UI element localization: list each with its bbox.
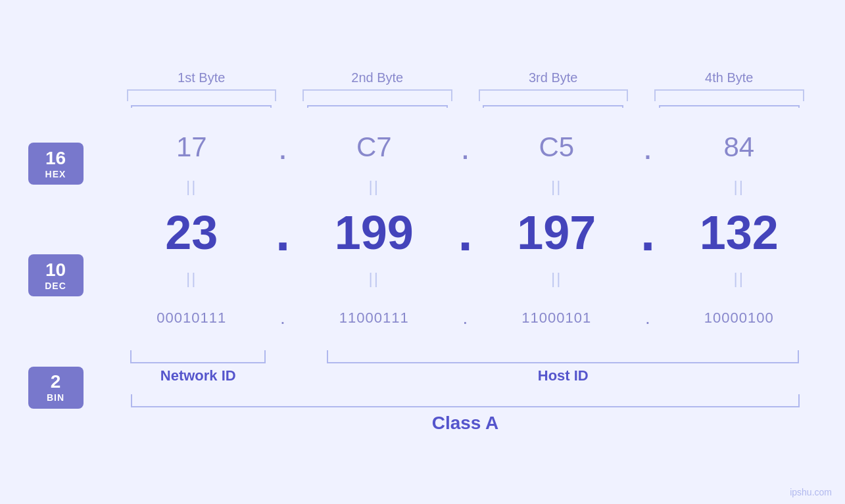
hex-label: HEX — [45, 169, 66, 179]
brackets-row: Network ID Host ID — [114, 350, 817, 384]
dec-b1: 23 — [114, 206, 270, 260]
header-byte4: 4th Byte — [641, 70, 817, 101]
bracket-spacer-1 — [283, 350, 309, 384]
hex-row: 17 . C7 . C5 . 84 — [114, 118, 817, 177]
network-bracket-container: Network ID — [114, 350, 283, 384]
hex-num: 16 — [45, 149, 66, 169]
byte-headers: 1st Byte 2nd Byte 3rd Byte 4th Byte — [28, 70, 817, 101]
header-byte2: 2nd Byte — [289, 70, 466, 101]
eq-row-1: || || || || — [114, 177, 817, 196]
byte1-label: 1st Byte — [178, 70, 225, 85]
class-section: Class A — [114, 394, 817, 434]
class-label: Class A — [432, 407, 499, 434]
hex-b3: C5 — [479, 131, 635, 163]
eq-6: || — [296, 269, 452, 288]
hex-badge: 16 HEX — [28, 143, 84, 185]
network-bracket-line — [130, 350, 266, 363]
eq-7: || — [479, 269, 635, 288]
dec-label: DEC — [45, 281, 66, 291]
header-byte3: 3rd Byte — [466, 70, 642, 101]
eq-row-2: || || || || — [114, 269, 817, 288]
dot-bin-3: . — [635, 308, 661, 329]
bin-num: 2 — [51, 372, 61, 392]
bin-b1: 00010111 — [114, 309, 270, 327]
dec-num: 10 — [45, 260, 66, 281]
eq-1: || — [114, 177, 270, 196]
dec-b3: 197 — [479, 206, 635, 260]
network-id-label: Network ID — [160, 363, 236, 384]
dot-dec-2: . — [452, 202, 479, 263]
bin-label: BIN — [47, 392, 64, 403]
watermark: ipshu.com — [790, 487, 832, 497]
dot-bin-2: . — [452, 308, 479, 329]
base-labels: 16 HEX 10 DEC 2 BIN — [28, 118, 114, 434]
dot-dec-3: . — [635, 202, 661, 263]
host-bracket-container: Host ID — [309, 350, 817, 384]
dec-row: 23 . 199 . 197 . 132 — [114, 196, 817, 269]
bin-row: 00010111 . 11000111 . 11000101 . 1000010… — [114, 288, 817, 348]
host-id-label: Host ID — [538, 363, 589, 384]
eq-8: || — [661, 269, 817, 288]
bin-badge: 2 BIN — [28, 367, 84, 409]
byte2-label: 2nd Byte — [351, 70, 403, 85]
eq-2: || — [296, 177, 452, 196]
class-bracket-line — [131, 394, 800, 407]
bin-b4: 10000100 — [661, 309, 817, 327]
bin-b3: 11000101 — [479, 309, 635, 327]
hex-b2: C7 — [296, 131, 452, 163]
hex-b4: 84 — [661, 131, 817, 163]
dec-b4: 132 — [661, 206, 817, 260]
hex-b1: 17 — [114, 131, 270, 163]
byte4-label: 4th Byte — [705, 70, 753, 85]
bin-b2: 11000111 — [296, 309, 452, 327]
eq-4: || — [661, 177, 817, 196]
dot-dec-1: . — [270, 202, 296, 263]
eq-5: || — [114, 269, 270, 288]
dot-hex-2: . — [452, 127, 479, 167]
header-byte1: 1st Byte — [114, 70, 290, 101]
dot-hex-3: . — [635, 127, 661, 167]
host-bracket-line — [327, 350, 799, 363]
dec-b2: 199 — [296, 206, 452, 260]
byte3-label: 3rd Byte — [529, 70, 577, 85]
dot-hex-1: . — [270, 127, 296, 167]
dot-bin-1: . — [270, 308, 296, 329]
eq-3: || — [479, 177, 635, 196]
dec-badge: 10 DEC — [28, 254, 84, 296]
